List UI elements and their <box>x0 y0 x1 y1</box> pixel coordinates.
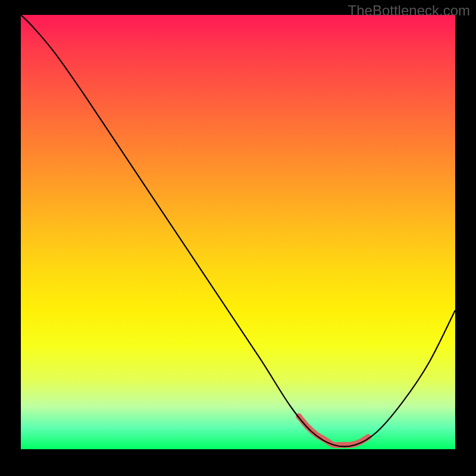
chart-plot-area <box>21 15 455 449</box>
bottleneck-curve-line <box>21 15 455 446</box>
highlight-segment <box>299 416 368 446</box>
watermark-text: TheBottleneck.com <box>348 2 470 19</box>
chart-svg <box>21 15 455 449</box>
